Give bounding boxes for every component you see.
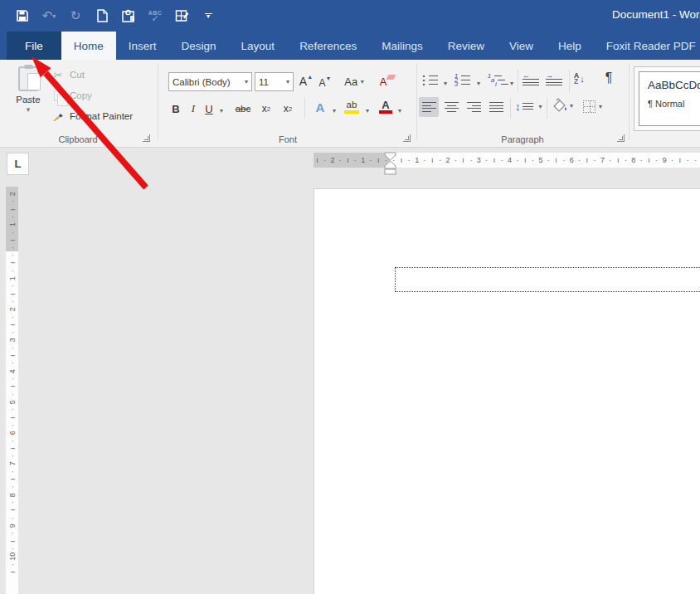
ribbon: Paste ▾ ✂ Cut Copy Format Painter Clipbo… <box>0 60 700 148</box>
tab-help[interactable]: Help <box>546 32 594 60</box>
paste-label: Paste <box>16 95 40 105</box>
align-right-icon <box>467 102 481 112</box>
tab-layout[interactable]: Layout <box>229 32 288 60</box>
title-bar: ↶▾ ↻ ABC ✓ ▾ Document1 - Word <box>0 0 700 32</box>
borders-button[interactable]: ▾ <box>583 97 602 115</box>
spelling-check-icon: ✓ <box>151 16 158 22</box>
spelling-button[interactable]: ABC ✓ <box>148 6 163 26</box>
indent-markers[interactable] <box>383 152 397 175</box>
text-effects-dropdown-icon[interactable]: ▾ <box>330 101 338 119</box>
attach-button[interactable] <box>121 6 136 26</box>
font-color-dropdown-icon[interactable]: ▾ <box>396 101 404 119</box>
vertical-ruler[interactable]: 2·ı·1·ı· ·ı·1·ı·2·ı·3·ı·4·ı·5·ı·6·ı·7·ı·… <box>6 187 18 594</box>
clipboard-dialog-launcher[interactable] <box>143 134 150 142</box>
strikethrough-button[interactable]: abc <box>232 100 254 118</box>
numbering-dropdown-icon[interactable]: ▾ <box>474 74 483 92</box>
align-right-button[interactable] <box>464 97 484 117</box>
clear-formatting-button[interactable]: A <box>377 72 397 90</box>
decrease-indent-icon: ← <box>523 74 539 86</box>
shading-button[interactable]: ▾ <box>552 96 573 114</box>
copy-label: Copy <box>70 90 92 100</box>
sort-button[interactable]: AZ ↓ <box>574 70 585 88</box>
style-item-normal[interactable]: AaBbCcDd ¶ Normal <box>639 71 700 126</box>
align-left-button[interactable] <box>419 97 439 117</box>
font-color-button[interactable]: A <box>377 97 394 115</box>
grow-font-label: A <box>299 75 307 88</box>
copy-button[interactable]: Copy <box>51 87 92 104</box>
edit-button[interactable] <box>174 6 189 26</box>
vertical-ruler-ticks: ·ı·1·ı·2·ı·3·ı·4·ı·5·ı·6·ı·7·ı·8·ı·9·ı·1… <box>6 251 18 594</box>
italic-label: I <box>192 102 195 115</box>
horizontal-ruler-ticks: ·ı·1·ı·2·ı·3·ı·4·ı·5·ı·6·ı·7·ı·8·ı·9·ı·· <box>390 153 700 168</box>
highlight-color-bar <box>344 110 359 114</box>
justify-icon <box>489 102 503 112</box>
font-dialog-launcher[interactable] <box>403 134 411 142</box>
format-painter-button[interactable]: Format Painter <box>51 108 133 124</box>
text-highlight-button[interactable]: ab <box>343 97 361 115</box>
tab-references[interactable]: References <box>287 32 369 60</box>
align-center-button[interactable] <box>441 97 461 117</box>
line-spacing-icon: ↕ <box>515 100 521 113</box>
bullets-icon: • • • <box>421 75 438 85</box>
document-page[interactable] <box>314 188 700 594</box>
multilevel-dropdown-icon[interactable]: ▾ <box>508 74 516 92</box>
tab-insert[interactable]: Insert <box>116 32 169 60</box>
subscript-button[interactable]: x2 <box>259 100 274 118</box>
grow-font-button[interactable]: A▲ <box>298 72 314 90</box>
line-spacing-dropdown-icon: ▾ <box>539 103 542 110</box>
align-left-icon <box>422 102 436 112</box>
line-spacing-button[interactable]: ↕ ▾ <box>515 97 542 115</box>
format-painter-label: Format Painter <box>70 111 133 121</box>
text-effects-label: A <box>316 100 325 114</box>
superscript-digit: 2 <box>289 105 292 113</box>
save-button[interactable] <box>15 6 30 26</box>
tab-review[interactable]: Review <box>435 32 497 60</box>
text-highlight-dropdown-icon[interactable]: ▾ <box>363 101 372 119</box>
undo-button[interactable]: ↶▾ <box>41 6 56 26</box>
tab-stop-selector[interactable]: L <box>7 153 29 175</box>
font-size-combobox[interactable]: 11 ▾ <box>255 72 294 91</box>
change-case-button[interactable]: Aa ▾ <box>341 72 367 90</box>
sort-icon: AZ <box>574 73 579 85</box>
horizontal-ruler[interactable]: ı·2·ı·1·ı· ·ı·1·ı·2·ı·3·ı·4·ı·5·ı·6·ı·7·… <box>314 153 700 168</box>
redo-button[interactable]: ↻ <box>68 6 83 26</box>
underline-label: U <box>205 103 212 115</box>
cut-button[interactable]: ✂ Cut <box>51 66 85 83</box>
paste-button[interactable]: Paste ▾ <box>8 63 48 128</box>
numbering-button[interactable]: 1 2 3 <box>454 71 470 89</box>
tab-view[interactable]: View <box>497 32 546 60</box>
justify-button[interactable] <box>486 97 506 117</box>
show-hide-formatting-button[interactable]: ¶ <box>600 69 617 87</box>
font-name-dropdown-icon: ▾ <box>241 78 248 85</box>
cut-label: Cut <box>70 70 85 80</box>
tab-foxit-reader-pdf[interactable]: Foxit Reader PDF <box>594 32 700 60</box>
clipboard-group-label: Clipboard <box>0 134 156 144</box>
redo-icon: ↻ <box>70 8 81 23</box>
tab-design[interactable]: Design <box>169 32 229 60</box>
multilevel-list-button[interactable]: 1 a i <box>487 71 508 89</box>
shrink-font-button[interactable]: A▼ <box>318 74 333 92</box>
font-size-dropdown-icon: ▾ <box>282 78 289 85</box>
bold-button[interactable]: B <box>169 100 182 118</box>
word-window: ↶▾ ↻ ABC ✓ ▾ Document1 - Word <box>0 0 700 594</box>
underline-dropdown-icon[interactable]: ▾ <box>217 101 226 119</box>
tab-mailings[interactable]: Mailings <box>369 32 435 60</box>
underline-button[interactable]: U <box>203 100 215 118</box>
italic-button[interactable]: I <box>187 100 199 118</box>
font-name-combobox[interactable]: Calibri (Body) ▾ <box>168 72 252 91</box>
superscript-button[interactable]: x2 <box>280 100 295 118</box>
font-color-label: A <box>382 99 389 111</box>
text-effects-button[interactable]: A <box>311 98 329 116</box>
text-content-control[interactable] <box>395 267 700 292</box>
bullets-dropdown-icon[interactable]: ▾ <box>441 74 450 92</box>
bullets-button[interactable]: • • • <box>421 71 438 89</box>
paragraph-dialog-launcher[interactable] <box>617 134 625 142</box>
edit-grid-icon <box>175 9 189 22</box>
new-document-button[interactable] <box>95 6 109 26</box>
customize-qat-button[interactable]: ▾ <box>201 6 216 26</box>
font-name-value: Calibri (Body) <box>173 77 231 87</box>
increase-indent-button[interactable]: → <box>546 71 562 89</box>
tab-file[interactable]: File <box>7 32 61 60</box>
decrease-indent-button[interactable]: ← <box>523 71 539 89</box>
tab-home[interactable]: Home <box>61 32 116 60</box>
